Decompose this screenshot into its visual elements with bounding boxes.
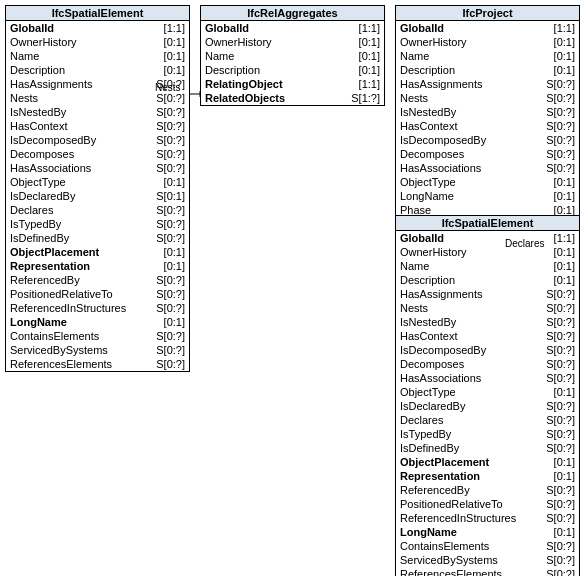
prop-name: IsTypedBy <box>10 217 61 231</box>
table-row: Description[0:1] <box>6 63 189 77</box>
prop-type: S[0:1] <box>156 189 185 203</box>
table-row: LongName[0:1] <box>6 315 189 329</box>
table-row: Name[0:1] <box>6 49 189 63</box>
table-row: ReferencedInStructuresS[0:?] <box>6 301 189 315</box>
table-row: IsDecomposedByS[0:?] <box>6 133 189 147</box>
prop-name: ReferencedBy <box>10 273 80 287</box>
prop-type: S[0:?] <box>156 273 185 287</box>
table-row: GlobalId[1:1] <box>396 231 579 245</box>
table-row: HasAssociationsS[0:?] <box>396 371 579 385</box>
prop-name: ContainsElements <box>400 539 489 553</box>
prop-name: IsTypedBy <box>400 427 451 441</box>
prop-name: IsDecomposedBy <box>10 133 96 147</box>
prop-type: S[0:?] <box>546 105 575 119</box>
prop-name: Decomposes <box>400 357 464 371</box>
table-row: ContainsElementsS[0:?] <box>396 539 579 553</box>
prop-name: Nests <box>10 91 38 105</box>
prop-type: S[0:?] <box>546 91 575 105</box>
prop-name: Decomposes <box>400 147 464 161</box>
table-row: Name[0:1] <box>201 49 384 63</box>
table-row: OwnerHistory[0:1] <box>6 35 189 49</box>
prop-type: S[0:?] <box>546 553 575 567</box>
table-row: ReferencedByS[0:?] <box>6 273 189 287</box>
table-row: IsDecomposedByS[0:?] <box>396 343 579 357</box>
table-row: ObjectType[0:1] <box>6 175 189 189</box>
ifcRelAggregates-header: IfcRelAggregates <box>201 6 384 21</box>
prop-name: IsDefinedBy <box>10 231 69 245</box>
prop-type: S[0:?] <box>156 105 185 119</box>
prop-type: [0:1] <box>359 35 380 49</box>
prop-name: LongName <box>400 189 454 203</box>
prop-type: S[0:?] <box>546 357 575 371</box>
prop-name: ServicedBySystems <box>400 553 498 567</box>
prop-name: Description <box>400 63 455 77</box>
prop-name: HasAssignments <box>10 77 93 91</box>
prop-type: S[0:?] <box>156 203 185 217</box>
prop-name: ReferencesElements <box>10 357 112 371</box>
prop-type: [0:1] <box>554 525 575 539</box>
prop-type: [0:1] <box>164 315 185 329</box>
table-row: Name[0:1] <box>396 259 579 273</box>
prop-name: ReferencedInStructures <box>400 511 516 525</box>
prop-type: [0:1] <box>359 49 380 63</box>
prop-name: OwnerHistory <box>10 35 77 49</box>
prop-type: S[1:?] <box>351 91 380 105</box>
table-row: ObjectType[0:1] <box>396 175 579 189</box>
prop-type: [0:1] <box>554 63 575 77</box>
prop-type: S[0:?] <box>156 343 185 357</box>
prop-type: [1:1] <box>554 21 575 35</box>
prop-name: Name <box>10 49 39 63</box>
table-row: ObjectPlacement[0:1] <box>396 455 579 469</box>
prop-type: [0:1] <box>554 49 575 63</box>
table-row: ReferencesElementsS[0:?] <box>6 357 189 371</box>
prop-name: Description <box>10 63 65 77</box>
table-row: IsNestedByS[0:?] <box>396 105 579 119</box>
table-row: LongName[0:1] <box>396 189 579 203</box>
prop-type: [0:1] <box>554 469 575 483</box>
prop-type: [0:1] <box>164 175 185 189</box>
prop-name: RelatingObject <box>205 77 283 91</box>
table-row: IsDefinedByS[0:?] <box>396 441 579 455</box>
prop-type: S[0:?] <box>546 427 575 441</box>
prop-name: Declares <box>400 413 443 427</box>
table-row: ObjectType[0:1] <box>396 385 579 399</box>
prop-type: [0:1] <box>554 385 575 399</box>
table-row: DeclaresS[0:?] <box>6 203 189 217</box>
prop-name: IsDeclaredBy <box>10 189 75 203</box>
prop-type: S[0:?] <box>546 161 575 175</box>
table-row: HasAssignmentsS[0:?] <box>396 287 579 301</box>
table-row: ReferencedInStructuresS[0:?] <box>396 511 579 525</box>
table-row: Representation[0:1] <box>396 469 579 483</box>
prop-type: S[0:?] <box>156 301 185 315</box>
table-row: PositionedRelativeToS[0:?] <box>6 287 189 301</box>
prop-name: IsDeclaredBy <box>400 399 465 413</box>
prop-type: S[0:?] <box>546 287 575 301</box>
prop-name: HasAssignments <box>400 77 483 91</box>
table-row: DecomposesS[0:?] <box>396 147 579 161</box>
prop-name: OwnerHistory <box>400 35 467 49</box>
table-row: IsDeclaredByS[0:1] <box>6 189 189 203</box>
prop-type: S[0:?] <box>546 343 575 357</box>
table-row: NestsS[0:?] <box>396 301 579 315</box>
prop-name: Description <box>205 63 260 77</box>
prop-type: S[0:?] <box>546 301 575 315</box>
table-row: HasAssociationsS[0:?] <box>6 161 189 175</box>
prop-type: S[0:?] <box>546 497 575 511</box>
prop-type: S[0:?] <box>546 147 575 161</box>
prop-type: [0:1] <box>164 35 185 49</box>
table-row: PositionedRelativeToS[0:?] <box>396 497 579 511</box>
ifcSpatialElement2: IfcSpatialElementGlobalId[1:1]OwnerHisto… <box>395 215 580 576</box>
prop-type: [0:1] <box>554 245 575 259</box>
prop-type: S[0:?] <box>156 119 185 133</box>
prop-type: S[0:?] <box>156 329 185 343</box>
prop-name: IsNestedBy <box>400 105 456 119</box>
table-row: ServicedBySystemsS[0:?] <box>396 553 579 567</box>
prop-name: ObjectPlacement <box>10 245 99 259</box>
prop-type: S[0:?] <box>546 133 575 147</box>
prop-type: S[0:?] <box>156 287 185 301</box>
table-row: IsDeclaredByS[0:?] <box>396 399 579 413</box>
prop-name: ReferencedBy <box>400 483 470 497</box>
prop-name: ObjectPlacement <box>400 455 489 469</box>
prop-name: PositionedRelativeTo <box>400 497 503 511</box>
prop-type: [0:1] <box>554 259 575 273</box>
